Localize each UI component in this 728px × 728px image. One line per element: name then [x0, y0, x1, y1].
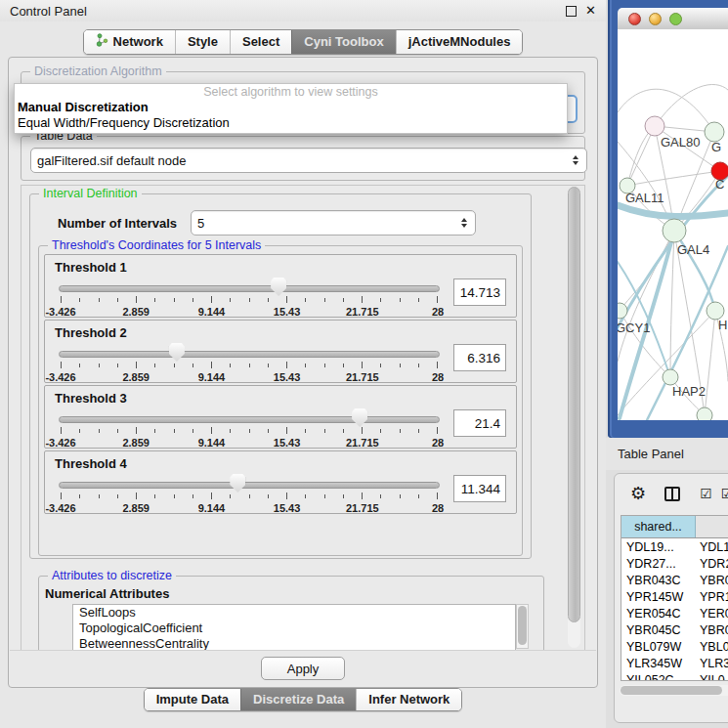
tab-select[interactable]: Select: [230, 30, 291, 54]
slider-handle[interactable]: [271, 278, 286, 296]
table-cell: YPR145W: [621, 590, 696, 604]
table-row[interactable]: YLR345WYLR3: [621, 655, 728, 671]
attribute-list-item[interactable]: TopologicalCoefficient: [73, 621, 515, 636]
threshold-slider[interactable]: -3.4262.8599.14415.4321.71528: [59, 343, 440, 386]
close-icon[interactable]: ✕: [585, 5, 596, 17]
column-header-1[interactable]: shared...: [621, 516, 696, 537]
threshold-slider[interactable]: -3.4262.8599.14415.4321.71528: [59, 408, 440, 451]
control-panel-title: Control Panel: [10, 4, 87, 19]
tick-label: 28: [432, 371, 444, 383]
network-edge[interactable]: [620, 231, 674, 311]
columns-icon[interactable]: [664, 487, 680, 501]
discretization-algorithm-title: Discretization Algorithm: [30, 64, 166, 79]
network-edge[interactable]: [618, 205, 728, 217]
network-node[interactable]: [663, 369, 678, 385]
tab-jactivemnodules[interactable]: jActiveMNodules: [396, 30, 523, 54]
interval-definition-group: Interval Definition Number of Intervals …: [29, 193, 532, 559]
column-header-2[interactable]: na: [696, 516, 728, 537]
threshold-value-field[interactable]: 11.344: [453, 475, 506, 502]
numerical-attributes-list[interactable]: SelfLoopsTopologicalCoefficientBetweenne…: [72, 604, 516, 651]
table-row[interactable]: YBR045CYBR0: [621, 621, 728, 638]
node-label: GCY1: [618, 321, 650, 335]
table-cell: YPR1: [696, 590, 728, 604]
algorithm-option[interactable]: Equal Width/Frequency Discretization: [15, 115, 567, 131]
slider-handle[interactable]: [169, 343, 185, 362]
table-row[interactable]: YBR043CYBR0: [621, 572, 728, 588]
node-label: H: [718, 318, 727, 332]
table-cell: YER054C: [621, 607, 696, 621]
close-traffic-light-icon[interactable]: [628, 13, 641, 25]
number-of-intervals-select[interactable]: 5: [191, 210, 476, 236]
threshold-value-field[interactable]: 14.713: [453, 278, 506, 306]
tick-label: 15.43: [274, 371, 301, 383]
table-data-select[interactable]: galFiltered.sif default node: [30, 148, 587, 173]
checkbox-icon[interactable]: ☑: [700, 486, 712, 501]
zoom-traffic-light-icon[interactable]: [669, 13, 682, 25]
minimize-traffic-light-icon[interactable]: [649, 13, 662, 25]
bottom-tab-discretize-data[interactable]: Discretize Data: [240, 689, 356, 710]
tab-cyni-toolbox[interactable]: Cyni Toolbox: [291, 30, 395, 54]
slider-track[interactable]: [59, 416, 440, 423]
network-node[interactable]: [697, 407, 712, 420]
slider-ticks: [61, 492, 438, 499]
table-cell: YBR043C: [621, 574, 696, 587]
attributes-list-scrollbar[interactable]: [516, 604, 529, 649]
gear-icon[interactable]: ⚙: [630, 484, 646, 503]
network-node[interactable]: [618, 303, 627, 319]
panel-scrollbar[interactable]: [568, 187, 580, 648]
threshold-slider[interactable]: -3.4262.8599.14415.4321.71528: [59, 278, 440, 321]
table-row[interactable]: YER054CYER0: [621, 605, 728, 621]
table-row[interactable]: YDR27...YDR2: [621, 555, 728, 572]
table-toolbar: ⚙ ☑ ☑: [615, 480, 728, 507]
screen: { "control_panel": { "title": "Control P…: [0, 0, 728, 728]
thresholds-group: Threshold's Coordinates for 5 Intervals …: [38, 245, 523, 556]
table-cell: YBL079W: [621, 640, 696, 654]
table-cell: YBR0: [696, 623, 728, 637]
table-cell: YDR27...: [621, 557, 696, 571]
network-edge[interactable]: [618, 89, 714, 132]
network-node[interactable]: [705, 122, 724, 142]
network-node[interactable]: [645, 116, 664, 136]
stepper-icon: [571, 155, 580, 165]
checkbox-icon[interactable]: ☑: [721, 486, 728, 501]
threshold-value-field[interactable]: 21.4: [453, 409, 506, 437]
slider-track[interactable]: [59, 482, 440, 489]
network-node[interactable]: [663, 219, 686, 242]
tick-label: 9.144: [198, 502, 226, 514]
slider-track[interactable]: [59, 351, 440, 358]
control-panel: Control Panel ✕ NetworkStyleSelectCyni T…: [0, 0, 606, 728]
slider-handle[interactable]: [230, 474, 245, 492]
table-data-value: galFiltered.sif default node: [37, 153, 571, 168]
interval-definition-title: Interval Definition: [39, 187, 142, 201]
tick-label: 21.715: [346, 371, 379, 383]
tab-style[interactable]: Style: [175, 30, 230, 54]
table-cell: YBL0: [696, 640, 728, 654]
attribute-list-item[interactable]: SelfLoops: [73, 605, 515, 621]
tick-label: 15.43: [274, 437, 301, 449]
table-row[interactable]: YIL052CYIL0: [621, 671, 728, 681]
network-edge[interactable]: [705, 311, 715, 415]
table-row[interactable]: YDL19...YDL1: [621, 538, 728, 555]
network-edge[interactable]: [627, 171, 720, 186]
slider-track[interactable]: [59, 285, 440, 292]
threshold-value-field[interactable]: 6.316: [453, 344, 506, 371]
bottom-tab-infer-network[interactable]: Infer Network: [356, 689, 461, 710]
threshold-panel: Threshold 3-3.4262.8599.14415.4321.71528…: [44, 385, 517, 449]
slider-handle[interactable]: [352, 408, 367, 427]
apply-button[interactable]: Apply: [261, 657, 345, 680]
algorithm-option[interactable]: Manual Discretization: [15, 100, 567, 115]
threshold-slider[interactable]: -3.4262.8599.14415.4321.71528: [59, 474, 440, 517]
table-cell: YLR345W: [621, 657, 696, 670]
attribute-list-item[interactable]: BetweennessCentrality: [73, 636, 515, 651]
bottom-tab-impute-data[interactable]: Impute Data: [145, 689, 240, 710]
node-table[interactable]: shared...na YDL19...YDL1YDR27...YDR2YBR0…: [621, 515, 728, 681]
table-horizontal-scrollbar[interactable]: [620, 685, 728, 696]
table-row[interactable]: YBL079WYBL0: [621, 638, 728, 655]
number-of-intervals-value: 5: [197, 216, 459, 231]
tab-network[interactable]: Network: [84, 30, 175, 54]
float-window-icon[interactable]: [566, 6, 577, 17]
table-row[interactable]: YPR145WYPR1: [621, 588, 728, 605]
network-canvas[interactable]: GAL80GCGAL11GAL4GCY1HHAP2: [618, 29, 728, 420]
table-cell: YIL0: [696, 673, 728, 682]
network-view-window[interactable]: GAL80GCGAL11GAL4GCY1HHAP2: [608, 0, 728, 438]
